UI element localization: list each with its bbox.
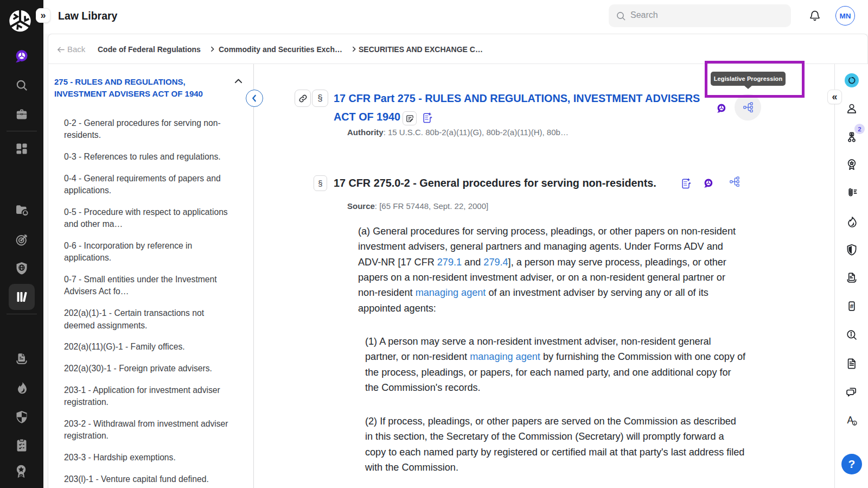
svg-text:#: # [850,303,854,309]
